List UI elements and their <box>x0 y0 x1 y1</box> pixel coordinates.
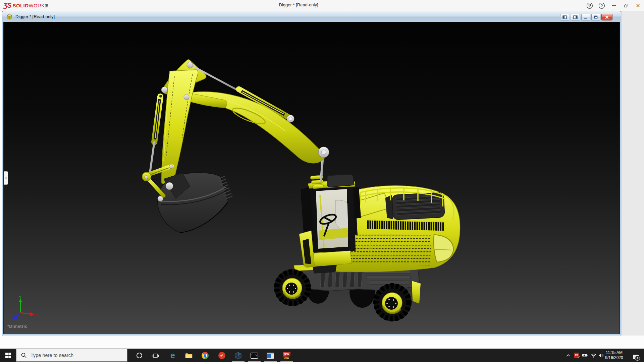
close-button[interactable]: ✕ <box>632 0 644 11</box>
taskbar-icon-task-view[interactable] <box>149 350 162 361</box>
flyout-handle-dot <box>5 177 7 179</box>
taskbar-icon-cortana[interactable] <box>132 350 146 361</box>
taskbar-icon-photos[interactable] <box>264 350 277 361</box>
task-pane-collapsed[interactable] <box>621 11 644 336</box>
screen: ƷS SOLIDWORKS Digger * [Read-only] ? ✕ <box>0 0 644 362</box>
digger-3d-model <box>4 22 620 334</box>
tray-wifi[interactable] <box>590 349 598 362</box>
chevron-up-icon <box>566 354 571 357</box>
edge-icon: e <box>170 351 175 360</box>
doc-restore-button[interactable] <box>591 14 600 20</box>
start-button[interactable] <box>0 349 16 362</box>
view-orientation-label: *Dimetric <box>7 324 28 329</box>
clock-time: 11:15 AM <box>606 350 623 355</box>
front-wheel <box>274 269 311 306</box>
tray-solidworks-status[interactable]: SW✓ <box>572 349 581 362</box>
status-bar <box>0 336 644 349</box>
taskbar-icon-edrawings[interactable] <box>231 350 245 361</box>
assembly-icon <box>6 14 12 21</box>
taskbar-icon-chrome[interactable] <box>198 350 212 361</box>
show-left-pane-button[interactable] <box>560 14 569 20</box>
document-title: Digger * [Read-only] <box>15 14 55 19</box>
tray-show-hidden-icons[interactable] <box>564 349 572 362</box>
restore-button[interactable] <box>620 0 632 11</box>
cortana-icon <box>137 353 142 358</box>
battery-icon <box>582 353 589 357</box>
orientation-triad: Y X <box>8 295 45 320</box>
tray-clock[interactable]: 11:15 AM 9/16/2020 <box>602 349 626 362</box>
account-icon[interactable] <box>584 0 596 11</box>
scissors-app-icon: ✂ <box>218 352 225 359</box>
app-title: Digger * [Read-only] <box>0 2 597 7</box>
taskbar-icon-command-prompt[interactable]: C:\_ <box>248 350 261 361</box>
help-icon[interactable]: ? <box>596 0 608 11</box>
check-icon: ✓ <box>577 355 581 360</box>
search-input[interactable] <box>31 353 111 358</box>
windows-logo-icon <box>5 353 11 358</box>
blue-window-app-icon <box>267 353 274 359</box>
window-controls: ? ✕ <box>584 0 644 11</box>
minimize-button[interactable] <box>608 0 620 11</box>
taskbar-icon-edge[interactable]: e <box>166 350 179 361</box>
tray-battery[interactable] <box>581 349 590 362</box>
document-window: Digger * [Read-only] <box>2 11 621 336</box>
svg-text:X: X <box>35 313 38 316</box>
taskbar-search[interactable] <box>16 349 127 362</box>
wifi-icon <box>591 353 596 358</box>
doc-close-button[interactable] <box>601 14 612 20</box>
taskbar-icon-snipping-app[interactable]: ✂ <box>215 350 228 361</box>
notification-badge: 1 <box>635 356 640 361</box>
chrome-icon <box>202 352 209 359</box>
command-prompt-icon: C:\_ <box>251 353 258 359</box>
graphics-viewport[interactable]: Y X *Dimetric <box>4 22 620 334</box>
file-explorer-icon <box>185 353 193 359</box>
svg-text:?: ? <box>601 4 603 8</box>
taskbar-icon-file-explorer[interactable] <box>182 350 196 361</box>
show-right-pane-button[interactable] <box>571 14 580 20</box>
doc-minimize-button[interactable] <box>581 14 590 20</box>
feature-pane-flyout-tab[interactable] <box>4 171 8 185</box>
rear-wheel <box>374 284 411 321</box>
taskbar-icon-solidworks[interactable]: SW 2020 <box>280 350 293 361</box>
taskbar: e ✂ C:\_ SW 2 <box>0 349 644 362</box>
hexagon-app-icon <box>234 352 242 359</box>
svg-text:Y: Y <box>19 296 21 299</box>
search-icon <box>21 353 26 358</box>
app-titlebar: ƷS SOLIDWORKS Digger * [Read-only] ? ✕ <box>0 0 644 11</box>
solidworks-tray-icon: SW✓ <box>574 353 579 358</box>
action-center-button[interactable]: 1 <box>628 349 641 362</box>
task-view-icon <box>152 353 159 359</box>
document-titlebar[interactable]: Digger * [Read-only] <box>2 11 621 22</box>
solidworks-2020-icon: SW 2020 <box>283 352 290 359</box>
clock-date: 9/16/2020 <box>605 355 623 360</box>
